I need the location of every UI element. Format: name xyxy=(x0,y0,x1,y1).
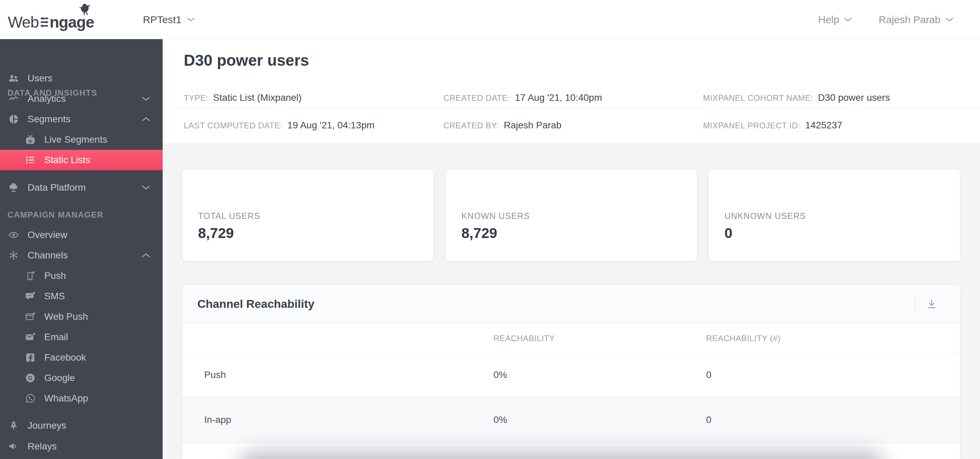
sidebar-item-label: Channels xyxy=(27,250,68,261)
channel-reachability-header: Channel Reachability xyxy=(182,285,960,324)
table-row-partial xyxy=(182,443,960,459)
sidebar-item-email[interactable]: Email xyxy=(0,327,163,347)
download-button[interactable] xyxy=(920,285,943,324)
facebook-icon xyxy=(24,351,37,363)
email-icon xyxy=(24,331,37,343)
stat-card-unknown-users: UNKNOWN USERS 0 xyxy=(709,170,960,261)
sidebar-item-label: Email xyxy=(44,332,68,343)
overview-icon xyxy=(8,229,20,241)
sidebar-item-google[interactable]: G Google xyxy=(0,368,163,388)
static-lists-icon xyxy=(24,154,37,166)
meta-created-by: CREATED BY:Rajesh Parab xyxy=(443,120,562,131)
webengage-logo[interactable]: Web ngage xyxy=(8,13,94,31)
sidebar-item-static-lists[interactable]: Static Lists xyxy=(0,150,163,170)
sidebar-item-label: Relays xyxy=(27,441,57,452)
chevron-down-icon xyxy=(142,185,150,190)
column-header-reachability: REACHABILITY xyxy=(493,334,555,343)
sidebar-item-label: Live Segments xyxy=(44,134,107,145)
sidebar-item-label: Static Lists xyxy=(44,155,90,166)
live-segments-icon xyxy=(24,134,37,146)
google-icon: G xyxy=(24,372,37,384)
table-row-push: Push 0% 0 xyxy=(182,354,960,397)
sidebar-item-label: WhatsApp xyxy=(44,393,88,404)
sidebar-item-users[interactable]: Users xyxy=(0,68,163,89)
sidebar-item-label: Google xyxy=(44,373,75,383)
column-header-reachability-count: REACHABILITY (#) xyxy=(706,334,781,343)
meta-created-date: CREATED DATE:17 Aug '21, 10:40pm xyxy=(443,92,602,103)
help-label: Help xyxy=(818,14,840,26)
help-menu[interactable]: Help xyxy=(818,14,853,26)
logo-e-icon xyxy=(40,16,49,28)
meta-project-id: MIXPANEL PROJECT ID:1425237 xyxy=(703,120,842,131)
page-title: D30 power users xyxy=(184,51,309,70)
sidebar-item-label: Analytics xyxy=(27,93,66,104)
cell-channel: In-app xyxy=(204,414,231,425)
sidebar-item-live-segments[interactable]: Live Segments xyxy=(0,129,163,150)
user-menu[interactable]: Rajesh Parab xyxy=(878,14,953,26)
cell-channel: Push xyxy=(204,370,226,380)
sidebar-item-label: SMS xyxy=(44,291,65,302)
relays-icon xyxy=(8,440,20,453)
analytics-icon xyxy=(8,92,20,105)
meta-cohort-name: MIXPANEL COHORT NAME:D30 power users xyxy=(703,92,890,103)
sidebar-item-channels[interactable]: Channels xyxy=(0,245,163,266)
sidebar-item-web-push[interactable]: Web Push xyxy=(0,306,163,327)
sidebar-section-campaign-manager: CAMPAIGN MANAGER xyxy=(8,210,103,220)
stat-card-known-users: KNOWN USERS 8,729 xyxy=(446,170,697,261)
sidebar-item-label: Segments xyxy=(27,114,70,124)
cell-reachability: 0% xyxy=(493,370,507,380)
header-divider xyxy=(915,293,915,315)
chevron-down-icon xyxy=(187,17,195,22)
sidebar-item-whatsapp[interactable]: WhatsApp xyxy=(0,388,163,409)
reachability-table-header: REACHABILITY REACHABILITY (#) xyxy=(182,324,960,354)
project-switcher[interactable]: RPTest1 xyxy=(143,0,195,39)
chevron-down-icon xyxy=(142,96,150,102)
chevron-down-icon xyxy=(945,17,953,22)
chevron-down-icon xyxy=(844,17,852,22)
cell-reachability-count: 0 xyxy=(706,370,711,380)
sidebar-item-label: Journeys xyxy=(27,420,66,431)
segments-icon xyxy=(8,113,20,125)
download-icon xyxy=(925,298,938,311)
users-icon xyxy=(8,72,20,84)
sidebar-item-sms[interactable]: SMS xyxy=(0,286,163,306)
sidebar-item-analytics[interactable]: Analytics xyxy=(0,89,163,109)
sidebar-item-relays[interactable]: Relays xyxy=(0,436,163,457)
stat-value: 8,729 xyxy=(198,225,434,241)
stat-value: 8,729 xyxy=(461,225,697,241)
channel-reachability-card: Channel Reachability REACHABILITY REACHA… xyxy=(182,285,960,459)
sidebar-item-overview[interactable]: Overview xyxy=(0,225,163,245)
chevron-up-icon xyxy=(142,116,150,122)
svg-text:G: G xyxy=(28,375,33,381)
logo-text-web: Web xyxy=(8,13,39,31)
sidebar-item-segments[interactable]: Segments xyxy=(0,109,163,129)
sidebar-nav: DATA AND INSIGHTS Users Analytics Segmen… xyxy=(0,39,163,459)
sidebar-item-push[interactable]: Push xyxy=(0,266,163,286)
sidebar-item-label: Users xyxy=(27,73,52,84)
chevron-up-icon xyxy=(142,253,150,258)
logo-bird-icon xyxy=(77,3,95,19)
stat-label: UNKNOWN USERS xyxy=(724,211,960,221)
sidebar-item-label: Data Platform xyxy=(27,182,86,193)
project-name: RPTest1 xyxy=(143,14,181,26)
cell-reachability: 0% xyxy=(493,414,507,425)
sidebar-item-label: Facebook xyxy=(44,352,86,363)
web-push-icon xyxy=(24,311,37,323)
sms-icon xyxy=(24,290,37,302)
stat-label: TOTAL USERS xyxy=(198,211,434,221)
push-icon xyxy=(24,270,37,282)
meta-last-computed: LAST COMPUTED DATE:19 Aug '21, 04:13pm xyxy=(184,120,375,131)
topbar: Web ngage RPTest1 Help Rajesh Parab xyxy=(0,0,980,39)
sidebar-item-journeys[interactable]: Journeys xyxy=(0,415,163,436)
sidebar-item-facebook[interactable]: Facebook xyxy=(0,347,163,368)
channels-icon xyxy=(8,249,20,261)
journeys-icon xyxy=(8,419,20,432)
stat-card-total-users: TOTAL USERS 8,729 xyxy=(182,170,434,261)
sidebar-item-data-platform[interactable]: Data Platform xyxy=(0,177,163,198)
meta-divider xyxy=(163,108,980,108)
stat-label: KNOWN USERS xyxy=(461,211,697,221)
topbar-right: Help Rajesh Parab xyxy=(818,0,953,39)
meta-type: TYPE:Static List (Mixpanel) xyxy=(184,92,301,103)
sidebar-item-label: Push xyxy=(44,270,66,281)
sidebar-item-label: Web Push xyxy=(44,311,88,322)
